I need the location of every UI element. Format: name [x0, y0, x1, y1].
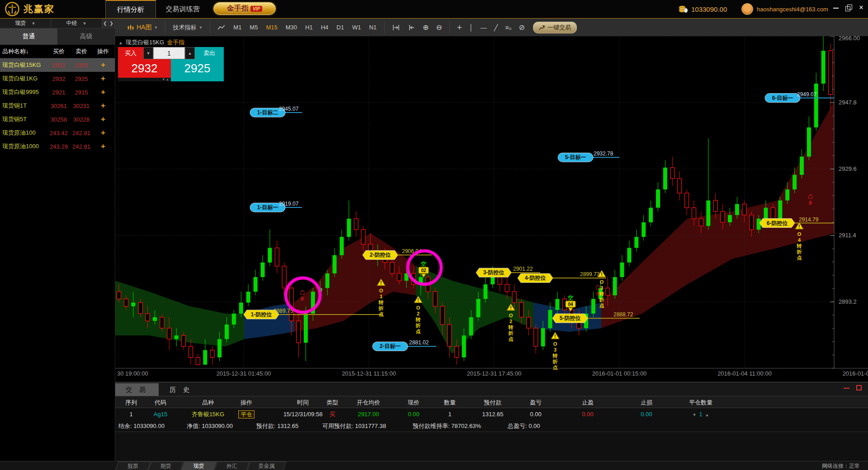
prev-page-arrow[interactable]: ❮ — [102, 19, 108, 28]
provider-dropdown-value: 中经 — [66, 19, 77, 27]
svg-text:折: 折 — [508, 330, 514, 336]
quote-bid: 30258 — [47, 116, 70, 123]
next-page-arrow[interactable]: ❯ — [108, 19, 115, 28]
quote-header-1: 买价 — [47, 47, 70, 56]
app-logo: 兆赢家 — [5, 1, 55, 17]
svg-text:多: 多 — [596, 291, 600, 296]
close-position-button[interactable]: 平仓 — [238, 410, 255, 418]
minimize-icon[interactable] — [833, 5, 839, 11]
trend-line-tool-icon[interactable]: ╱ — [491, 24, 501, 31]
crosshair-tool-icon[interactable]: + — [453, 23, 466, 33]
market-tab-label: 现货 — [193, 462, 204, 470]
market-dropdown[interactable]: 现货 ▼ — [0, 19, 51, 28]
golden-finger-vip-banner[interactable]: 金手指 VIP — [213, 2, 276, 15]
collapse-arrows-icon: ▼ ▲ — [118, 78, 171, 81]
quote-row[interactable]: 现货白银999529212915+ — [0, 85, 115, 99]
line-chart-icon[interactable] — [214, 24, 229, 31]
panel-minimize-icon[interactable] — [843, 385, 850, 391]
close-qty-increase-icon[interactable]: ▲ — [703, 413, 712, 417]
market-tab-1[interactable]: 期货 — [148, 461, 184, 470]
add-to-watchlist-button[interactable]: + — [93, 101, 113, 110]
quote-row[interactable]: 现货铜5T3025830228+ — [0, 113, 115, 126]
zoom-out-icon[interactable]: ⊖ — [432, 23, 445, 32]
quote-row[interactable]: 现货原油100243.42242.81+ — [0, 126, 115, 140]
add-to-watchlist-button[interactable]: + — [93, 88, 113, 97]
quantity-increase-button[interactable]: ▲ — [185, 47, 195, 59]
quote-row[interactable]: 现货铜1T3026130231+ — [0, 99, 115, 113]
timeframe-n1[interactable]: N1 — [365, 24, 381, 31]
quote-name: 现货白银15KG — [0, 61, 47, 69]
tab-normal[interactable]: 普通 — [0, 28, 57, 45]
tab-advanced[interactable]: 高级 — [57, 28, 115, 45]
coins-icon — [678, 5, 688, 14]
tab-history[interactable]: 历 史 — [165, 383, 197, 396]
sell-price-button[interactable]: 2925 — [171, 59, 224, 78]
tab-market-analysis[interactable]: 行情分析 — [105, 0, 156, 18]
add-to-watchlist-button[interactable]: + — [93, 74, 113, 83]
svg-text:点: 点 — [509, 336, 514, 342]
quote-row[interactable]: 现货白银1KG29322925+ — [0, 72, 115, 85]
price-chart-canvas[interactable]: 1-目标二2945.071-目标一2919.071-防控位2889.752-防控… — [115, 36, 868, 382]
svg-text:折: 折 — [797, 249, 802, 254]
tab-trade[interactable]: 交 易 — [115, 383, 159, 396]
quantity-decrease-button[interactable]: ▼ — [143, 47, 153, 59]
one-click-trade-button[interactable]: 一键交易 — [533, 22, 577, 33]
indicators-dropdown[interactable]: 技术指标 ▼ — [169, 24, 206, 32]
quote-table: 现货白银15KG29322925+现货白银1KG29322925+现货白银999… — [0, 58, 115, 153]
horizontal-line-tool-icon[interactable]: — — [477, 24, 491, 31]
summary-item-2: 预付款: 1312.65 — [256, 420, 298, 432]
svg-text:!: ! — [798, 224, 800, 229]
account-info[interactable]: haoshangceshi4@163.com — [741, 0, 828, 18]
timeframe-m1[interactable]: M1 — [229, 24, 245, 31]
timeframe-m15[interactable]: M15 — [262, 24, 281, 31]
market-tab-3[interactable]: 外汇 — [214, 461, 250, 470]
add-to-watchlist-button[interactable]: + — [93, 61, 113, 70]
market-tab-label: 股票 — [127, 462, 138, 470]
close-qty-decrease-icon[interactable]: ▼ — [689, 413, 699, 417]
chart-symbol-header[interactable]: ▲ 现货白银15KG 金手指 — [118, 38, 184, 47]
quote-ask: 2925 — [70, 62, 93, 69]
zoom-in-icon[interactable]: ⊕ — [419, 23, 432, 32]
svg-text:5-目标一: 5-目标一 — [565, 154, 586, 160]
vertical-line-tool-icon[interactable]: │ — [466, 24, 477, 31]
quote-header-0[interactable]: 品种名称↓ — [0, 47, 47, 56]
buy-price-button[interactable]: 2932 — [118, 59, 171, 78]
order-panel-collapse-strip[interactable]: ▼ ▲ — [118, 78, 224, 81]
panel-maximize-icon[interactable] — [856, 385, 862, 390]
add-to-watchlist-button[interactable]: + — [93, 128, 113, 137]
eraser-tool-icon[interactable]: ⊘ — [515, 23, 528, 32]
market-tab-2[interactable]: 现货 — [181, 461, 217, 470]
scroll-to-end-icon[interactable] — [388, 24, 404, 31]
timeframe-h1[interactable]: H1 — [301, 24, 317, 31]
restore-icon[interactable] — [845, 5, 852, 11]
quote-row[interactable]: 现货白银15KG29322925+ — [0, 58, 115, 72]
sell-button[interactable]: 卖出 — [195, 47, 224, 59]
market-tab-4[interactable]: 贵金属 — [247, 461, 286, 470]
position-cell-10: 0.00 — [518, 408, 554, 420]
scroll-to-start-icon[interactable] — [404, 24, 419, 31]
quote-row[interactable]: 现货原油1000243.29242.81+ — [0, 140, 115, 153]
timeframe-w1[interactable]: W1 — [348, 24, 365, 31]
timeframe-d1[interactable]: D1 — [332, 24, 348, 31]
fibonacci-tool-icon[interactable]: ≡G — [501, 24, 515, 31]
positions-table-header: 序列代码品种操作时间类型开仓均价现价数量预付款盈亏止盈止损平仓数量 — [115, 396, 868, 408]
svg-text:1-目标二: 1-目标二 — [257, 109, 278, 116]
timeframe-m30[interactable]: M30 — [282, 24, 301, 31]
chart-type-dropdown[interactable]: HA图 ▼ — [123, 24, 161, 32]
market-tab-0[interactable]: 股票 — [115, 461, 151, 470]
provider-dropdown[interactable]: 中经 ▼ — [51, 19, 102, 28]
quantity-input[interactable] — [153, 47, 185, 59]
position-header-7: 现价 — [396, 396, 432, 409]
timeframe-m5[interactable]: M5 — [245, 24, 262, 31]
position-cell-9: 1312.65 — [468, 408, 518, 420]
svg-text:2893.2: 2893.2 — [839, 298, 857, 305]
add-to-watchlist-button[interactable]: + — [93, 142, 113, 151]
buy-button[interactable]: 买入 — [118, 47, 143, 59]
timeframe-h4[interactable]: H4 — [317, 24, 333, 31]
add-to-watchlist-button[interactable]: + — [93, 115, 113, 124]
position-cell-7: 0.00 — [396, 408, 432, 420]
close-icon[interactable]: × — [858, 5, 864, 11]
trade-panel-controls — [843, 385, 862, 391]
svg-text:1-防控位: 1-防控位 — [251, 311, 272, 318]
tab-trading-camp[interactable]: 交易训练营 — [157, 0, 208, 18]
